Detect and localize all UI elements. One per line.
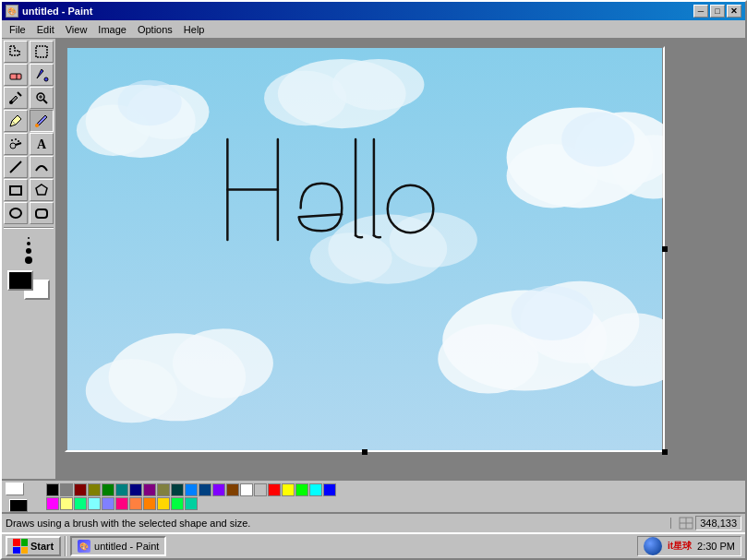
color-olive[interactable]	[88, 483, 101, 496]
canvas-svg	[66, 48, 663, 450]
palette-bar	[2, 479, 745, 512]
color-brown[interactable]	[226, 483, 239, 496]
tool-select[interactable]	[30, 41, 54, 63]
color-springgreen[interactable]	[74, 497, 87, 510]
menu-help[interactable]: Help	[178, 22, 211, 37]
taskbar-app-paint[interactable]: 🎨 untitled - Paint	[70, 536, 166, 556]
canvas-container[interactable]	[57, 39, 745, 479]
tray-globe-icon	[644, 537, 662, 555]
color-navy[interactable]	[129, 483, 142, 496]
menu-view[interactable]: View	[60, 22, 93, 37]
color-darkblue2[interactable]	[199, 483, 211, 496]
tool-line[interactable]	[4, 156, 28, 178]
color-teal[interactable]	[115, 483, 128, 496]
color-hotpink[interactable]	[115, 497, 128, 510]
status-bar: Draws using a brush with the selected sh…	[2, 512, 745, 532]
paint-canvas[interactable]	[65, 46, 665, 452]
menu-options[interactable]: Options	[132, 22, 178, 37]
active-colors	[6, 483, 39, 510]
svg-rect-24	[36, 209, 47, 218]
color-blue[interactable]	[323, 483, 336, 496]
color-green[interactable]	[102, 483, 114, 496]
color-orange[interactable]	[143, 497, 156, 510]
color-magenta[interactable]	[46, 497, 59, 510]
brush-size-selector	[4, 235, 54, 266]
tray-brand: it星球	[668, 540, 692, 553]
svg-point-17	[15, 138, 17, 140]
tool-curve[interactable]	[30, 156, 54, 178]
tool-poly[interactable]	[30, 179, 54, 201]
brush-size-4[interactable]	[25, 256, 32, 264]
svg-marker-22	[36, 185, 47, 195]
logo-yellow	[21, 547, 29, 554]
tool-eraser[interactable]	[4, 64, 28, 86]
main-window: 🎨 untitled - Paint ─ □ ✕ File Edit View …	[0, 0, 747, 560]
color-yellow[interactable]	[282, 483, 295, 496]
paint-app-icon: 🎨	[78, 540, 90, 553]
color-black[interactable]	[46, 483, 59, 496]
color-greenish[interactable]	[171, 497, 184, 510]
palette-fg-color[interactable]	[9, 499, 28, 512]
close-button[interactable]: ✕	[727, 5, 741, 18]
tool-zoom[interactable]	[30, 87, 54, 109]
tool-brush[interactable]	[30, 110, 54, 132]
tool-rect[interactable]	[4, 179, 28, 201]
resize-handle-br[interactable]	[662, 449, 668, 455]
color-white[interactable]	[240, 483, 253, 496]
color-cyan[interactable]	[309, 483, 322, 496]
color-orange2[interactable]	[129, 497, 142, 510]
status-text: Draws using a brush with the selected sh…	[6, 518, 671, 529]
color-lightcyan[interactable]	[88, 497, 101, 510]
svg-point-14	[10, 143, 16, 149]
restore-button[interactable]: □	[710, 5, 725, 18]
color-silver[interactable]	[254, 483, 267, 496]
tool-rounded-rect[interactable]	[30, 202, 54, 224]
resize-handle-mr[interactable]	[662, 246, 668, 252]
tool-airbrush[interactable]	[4, 133, 28, 155]
start-label: Start	[30, 541, 54, 552]
menu-edit[interactable]: Edit	[31, 22, 60, 37]
resize-handle-bm[interactable]	[362, 449, 367, 455]
color-lightblue[interactable]	[185, 483, 198, 496]
color-red[interactable]	[268, 483, 281, 496]
palette-bg-color[interactable]	[6, 483, 24, 495]
title-bar-left: 🎨 untitled - Paint	[6, 5, 92, 18]
brush-size-3[interactable]	[26, 248, 31, 254]
svg-point-37	[264, 71, 346, 125]
tool-fill[interactable]	[30, 64, 54, 86]
color-purple[interactable]	[143, 483, 156, 496]
tool-oval[interactable]	[4, 202, 28, 224]
menu-file[interactable]: File	[4, 22, 31, 37]
tool-free-select[interactable]	[4, 41, 28, 63]
logo-blue	[13, 547, 20, 554]
color-maroon[interactable]	[74, 483, 87, 496]
svg-point-30	[561, 112, 634, 166]
color-lime[interactable]	[295, 483, 308, 496]
svg-point-3	[44, 77, 48, 81]
menu-image[interactable]: Image	[92, 22, 132, 37]
svg-point-45	[86, 359, 177, 423]
tool-eyedropper[interactable]	[4, 87, 28, 109]
window-title: untitled - Paint	[22, 6, 92, 17]
color-lightyellow[interactable]	[60, 497, 73, 510]
foreground-color-swatch[interactable]	[7, 270, 33, 291]
color-gray[interactable]	[60, 483, 73, 496]
svg-point-5	[9, 101, 13, 104]
svg-point-42	[512, 286, 594, 340]
tool-pencil[interactable]	[4, 110, 28, 132]
color-preview	[7, 270, 50, 300]
color-darkolive[interactable]	[157, 483, 170, 496]
color-gold[interactable]	[157, 497, 170, 510]
color-seafoam[interactable]	[185, 497, 198, 510]
svg-point-44	[173, 328, 273, 398]
status-coords: 348,133	[679, 516, 741, 530]
color-violet[interactable]	[212, 483, 225, 496]
tool-text[interactable]: A	[30, 133, 54, 155]
minimize-button[interactable]: ─	[693, 5, 708, 18]
brush-size-2[interactable]	[27, 242, 30, 245]
windows-logo	[13, 539, 28, 554]
color-darkteal[interactable]	[171, 483, 184, 496]
color-periwinkle[interactable]	[102, 497, 114, 510]
brush-size-1[interactable]	[28, 237, 30, 239]
start-button[interactable]: Start	[6, 536, 61, 556]
